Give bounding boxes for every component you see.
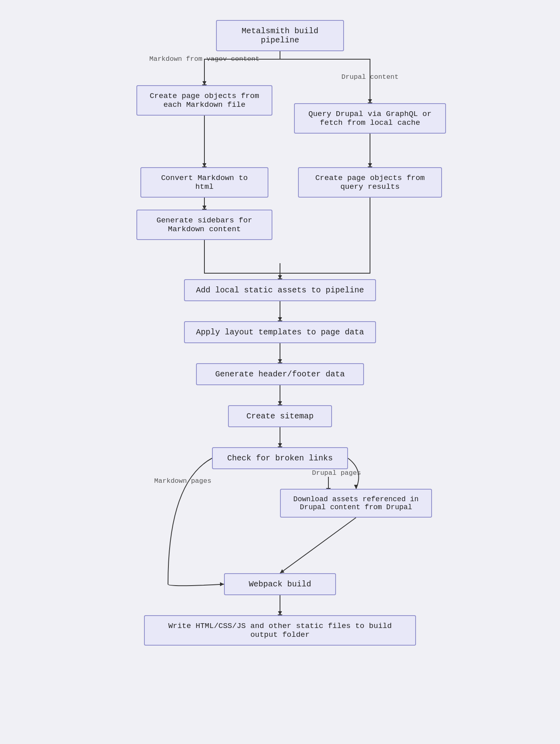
write-output-label: Write HTML/CSS/JS and other static files… xyxy=(168,622,392,639)
node-add-assets: Add local static assets to pipeline xyxy=(184,279,376,301)
right-branch: Drupal content Query Drupal via GraphQL … xyxy=(294,51,446,134)
branch-section: Markdown from vagov-content Create page … xyxy=(100,51,460,155)
node-create-markdown: Create page objects from each Markdown f… xyxy=(136,85,272,116)
add-assets-label: Add local static assets to pipeline xyxy=(196,286,364,295)
query-drupal-label: Query Drupal via GraphQL or fetch from l… xyxy=(308,110,432,127)
flowchart: Metalsmith build pipeline Markdown from … xyxy=(100,20,460,646)
node-generate-sidebars: Generate sidebars for Markdown content xyxy=(136,210,272,240)
start-label: Metalsmith build pipeline xyxy=(242,26,318,45)
markdown-label-wrapper: Markdown from vagov-content xyxy=(149,55,259,63)
drupal-label-wrapper: Drupal content xyxy=(342,73,399,81)
arrow-to-sidebars xyxy=(204,198,205,210)
node-create-sitemap: Create sitemap xyxy=(228,405,332,427)
create-page-drupal-label: Create page objects from query results xyxy=(315,174,425,191)
second-split-section: Convert Markdown to html Generate sideba… xyxy=(100,155,460,247)
arrow-to-sitemap xyxy=(280,385,280,405)
left-branch-2: Convert Markdown to html Generate sideba… xyxy=(136,155,273,240)
drupal-pages-label-wrapper: Drupal pages xyxy=(280,469,361,477)
arrow-to-write xyxy=(280,595,280,615)
check-links-label: Check for broken links xyxy=(227,454,333,463)
arrow-to-query-drupal xyxy=(370,83,370,103)
create-sitemap-label: Create sitemap xyxy=(246,412,314,421)
markdown-pages-branch: Markdown pages xyxy=(129,477,237,485)
convert-markdown-label: Convert Markdown to html xyxy=(161,174,248,191)
node-webpack: Webpack build xyxy=(224,573,336,595)
node-convert-markdown: Convert Markdown to html xyxy=(140,167,268,198)
arrow-to-create-markdown xyxy=(204,65,205,85)
left-branch: Markdown from vagov-content Create page … xyxy=(136,51,273,116)
node-download-assets: Download assets referenced in Drupal con… xyxy=(280,489,432,518)
download-assets-label: Download assets referenced in Drupal con… xyxy=(293,495,418,511)
node-write-output: Write HTML/CSS/JS and other static files… xyxy=(144,615,416,646)
right-branch-2: Create page objects from query results xyxy=(294,155,446,198)
node-start: Metalsmith build pipeline xyxy=(216,20,344,51)
generate-header-label: Generate header/footer data xyxy=(215,370,345,379)
markdown-label: Markdown from vagov-content xyxy=(149,55,259,63)
node-create-page-drupal: Create page objects from query results xyxy=(298,167,442,198)
drupal-pages-label: Drupal pages xyxy=(312,469,361,477)
node-check-links: Check for broken links xyxy=(212,447,348,469)
converge-section xyxy=(100,247,460,279)
generate-sidebars-label: Generate sidebars for Markdown content xyxy=(156,216,252,234)
drupal-label: Drupal content xyxy=(342,73,399,81)
node-apply-layout: Apply layout templates to page data xyxy=(184,321,376,343)
arrow-to-assets xyxy=(280,263,280,279)
drupal-pages-branch: Drupal pages Download assets referenced … xyxy=(280,469,431,518)
node-generate-header: Generate header/footer data xyxy=(196,363,364,385)
diagram-container: Metalsmith build pipeline Markdown from … xyxy=(92,8,468,662)
webpack-branch-section: Markdown pages Drupal pages Download ass… xyxy=(100,469,460,573)
create-markdown-label: Create page objects from each Markdown f… xyxy=(150,92,259,109)
arrow-to-header xyxy=(280,343,280,363)
node-query-drupal: Query Drupal via GraphQL or fetch from l… xyxy=(294,103,446,134)
webpack-label: Webpack build xyxy=(249,580,311,589)
arrow-to-download xyxy=(328,477,329,489)
arrow-to-broken-links xyxy=(280,427,280,447)
arrow-to-create-page xyxy=(370,155,370,167)
arrow-to-convert xyxy=(204,155,205,167)
arrow-to-layout xyxy=(280,301,280,321)
apply-layout-label: Apply layout templates to page data xyxy=(196,328,364,337)
markdown-pages-label: Markdown pages xyxy=(154,477,212,485)
